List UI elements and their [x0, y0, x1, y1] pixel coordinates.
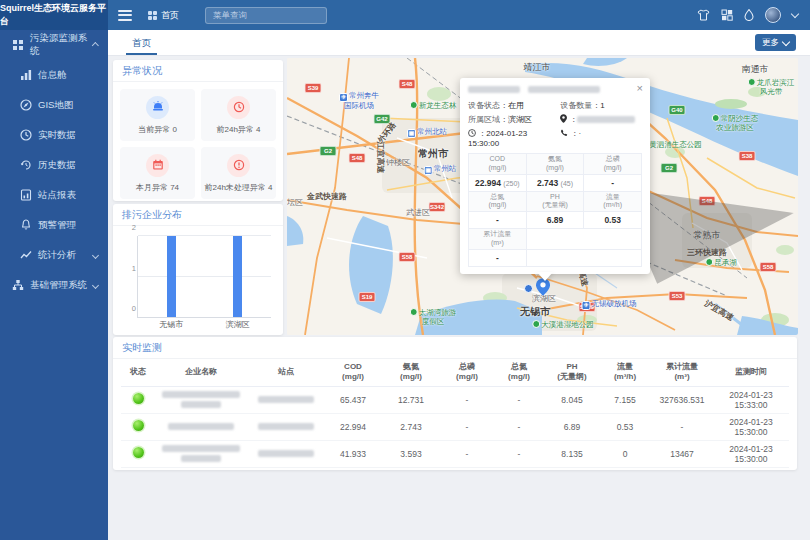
column-header-氨氮: 氨氮(mg/l)	[381, 359, 441, 386]
menu-search-box[interactable]	[205, 7, 327, 24]
measurement-value: 6.89	[545, 413, 599, 440]
measurement-value: 2.743	[381, 413, 441, 440]
menu-search-input[interactable]	[211, 9, 326, 21]
map-label-poi: 龙爪岩滨江风光带	[748, 78, 795, 96]
status-dot-normal	[133, 393, 144, 404]
popup-value-cell: 22.994 (250)	[469, 174, 527, 191]
measurement-value: 8.135	[545, 440, 599, 467]
sidebar-item-1[interactable]: 信息舱	[0, 60, 108, 90]
distribution-chart-title: 排污企业分布	[113, 204, 283, 226]
sidebar-item-4[interactable]: 历史数据	[0, 150, 108, 180]
history-data-icon	[20, 159, 32, 171]
device-region-value: 滨湖区	[508, 115, 532, 124]
popup-header-cell: 总氮(mg/l)	[469, 191, 527, 212]
station-report-icon	[20, 189, 32, 201]
split-screen-icon[interactable]	[721, 9, 733, 21]
map-label-poi: 新龙生态林	[410, 101, 457, 111]
sidebar-item-label: 信息舱	[38, 69, 67, 82]
company-name-redacted	[155, 440, 247, 467]
sidebar-item-6[interactable]: 预警管理	[0, 210, 108, 240]
user-menu-chevron-down-icon[interactable]	[791, 9, 799, 17]
device-status-value: 在用	[508, 101, 524, 110]
tab-home[interactable]: 首页	[126, 30, 157, 55]
map-label-district: 武进区	[406, 208, 430, 217]
company-name-redacted	[155, 386, 247, 413]
measurement-value: -	[441, 413, 493, 440]
phone-icon	[560, 129, 568, 137]
sidebar-item-3[interactable]: 实时数据	[0, 120, 108, 150]
measurement-value: -	[493, 413, 545, 440]
measurement-value: -	[493, 440, 545, 467]
status-dot-normal	[133, 447, 144, 458]
calendar-alert-icon	[146, 154, 169, 177]
popup-value-cell: 2.743 (45)	[526, 174, 584, 191]
tab-bar: 首页 更多	[108, 30, 810, 56]
column-header-总磷: 总磷(mg/l)	[441, 359, 493, 386]
statistics-icon	[20, 249, 32, 261]
measurement-value: 327636.531	[651, 386, 713, 413]
column-header-PH: PH(无量纲)	[545, 359, 599, 386]
park-icon	[532, 320, 540, 328]
hamburger-menu-icon[interactable]	[118, 10, 132, 21]
popup-close-icon[interactable]: ×	[637, 82, 643, 94]
realtime-data-icon	[20, 129, 32, 141]
bar-滨湖区	[233, 236, 242, 317]
measurement-value: 8.045	[545, 386, 599, 413]
map-label-station: ▣常州站	[424, 165, 457, 175]
sidebar-item-7[interactable]: 统计分析	[0, 240, 108, 270]
sidebar-nav: 污染源监测系统信息舱GIS地图实时数据历史数据站点报表预警管理统计分析基础管理系…	[0, 30, 108, 540]
map-label-district: 金坛区	[287, 198, 303, 207]
site-name-redacted	[247, 413, 325, 440]
popup-value-cell: -	[584, 174, 642, 191]
table-row-0[interactable]: 65.43712.731--8.0457.155327636.5312024-0…	[121, 386, 789, 413]
sidebar-item-0[interactable]: 污染源监测系统	[0, 30, 108, 60]
map-marker-pin[interactable]	[536, 278, 550, 300]
map-label-poi: 大溪港湿地公园	[532, 320, 594, 330]
stat-tile-1[interactable]: 前24h异常 4	[201, 89, 276, 141]
map-label-airport: ✈无锡硕放机场	[582, 300, 637, 310]
map-label-poi: 常阴沙生态农业旅游区	[712, 114, 759, 132]
road-badge-S48: S48	[349, 153, 366, 163]
map-label-station: ▣常州北站	[407, 128, 447, 138]
map-label-citylg: 常州市	[418, 148, 448, 160]
sidebar-item-label: GIS地图	[38, 99, 73, 112]
stat-tile-0[interactable]: 当前异常 0	[120, 89, 195, 141]
breadcrumb[interactable]: 首页	[148, 9, 179, 22]
column-header-站点: 站点	[247, 359, 325, 386]
theme-skin-icon[interactable]	[697, 9, 710, 21]
sidebar-item-2[interactable]: GIS地图	[0, 90, 108, 120]
measurement-value: -	[651, 413, 713, 440]
measurement-value: -	[441, 386, 493, 413]
stat-tile-label: 前24h未处理异常 4	[204, 182, 272, 193]
table-row-1[interactable]: 22.9942.743--6.890.53-2024-01-23 15:30:0…	[121, 413, 789, 440]
distribution-chart-card: 排污企业分布 012无锡市滨湖区	[113, 204, 283, 335]
road-badge-G2: G2	[661, 163, 678, 173]
exclamation-icon	[227, 154, 250, 177]
y-axis-tick: 1	[124, 263, 136, 272]
table-row-2[interactable]: 41.9333.593--8.1350134672024-01-23 15:30…	[121, 440, 789, 467]
stat-tile-2[interactable]: 本月异常 74	[120, 147, 195, 199]
y-axis-tick: 2	[124, 223, 136, 232]
popup-pointer	[537, 272, 553, 281]
gis-map[interactable]: S39S48G42G2S48S342S58S19S229G40G2S38S48S…	[287, 58, 798, 335]
app-window: Squirrel生态环境云服务平台 首页	[0, 0, 810, 540]
user-avatar[interactable]	[765, 7, 781, 23]
popup-device-info: 设备状态：在用 设备数量：1 所属区域：滨湖区 ： ：2024-01-23 15…	[468, 100, 642, 148]
more-chevron-down-icon	[782, 37, 790, 45]
column-header-COD: COD(mg/l)	[325, 359, 381, 386]
site-name-redacted	[247, 386, 325, 413]
road-badge-G40: G40	[669, 105, 686, 115]
measurement-value: 3.593	[381, 440, 441, 467]
road-badge-S53: S53	[669, 291, 686, 301]
measurement-value: 22.994	[325, 413, 381, 440]
sidebar-item-8[interactable]: 基础管理系统	[0, 270, 108, 300]
location-pin-icon	[560, 114, 567, 123]
x-axis-label: 无锡市	[159, 319, 183, 330]
stat-tile-3[interactable]: 前24h未处理异常 4	[201, 147, 276, 199]
road-badge-S19: S19	[359, 292, 376, 302]
more-button[interactable]: 更多	[755, 34, 796, 51]
airport-icon: ✈	[339, 93, 348, 102]
sidebar-item-5[interactable]: 站点报表	[0, 180, 108, 210]
map-label-airport: ✈常州奔牛国际机场	[339, 92, 379, 111]
flame-icon[interactable]	[744, 9, 754, 21]
